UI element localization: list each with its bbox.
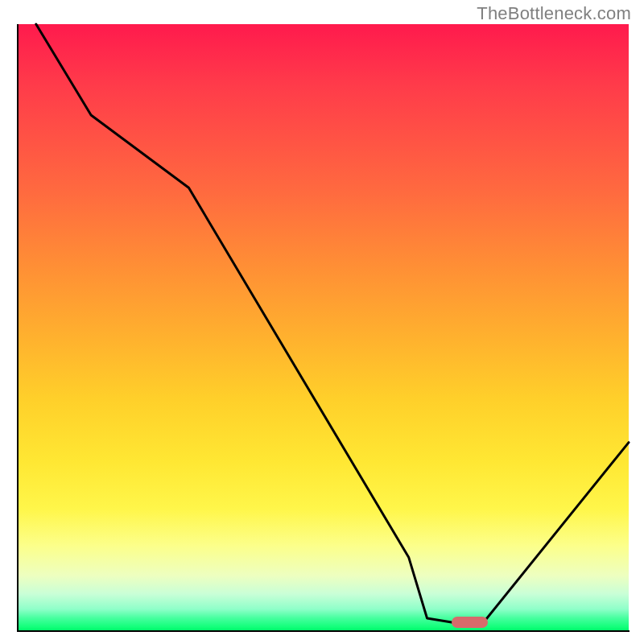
- y-axis: [17, 24, 19, 631]
- chart-container: TheBottleneck.com: [0, 0, 644, 644]
- attribution-label: TheBottleneck.com: [477, 3, 631, 24]
- x-axis: [17, 630, 630, 632]
- highlight-marker: [452, 617, 489, 628]
- data-line: [36, 24, 629, 625]
- chart-svg: [18, 24, 629, 630]
